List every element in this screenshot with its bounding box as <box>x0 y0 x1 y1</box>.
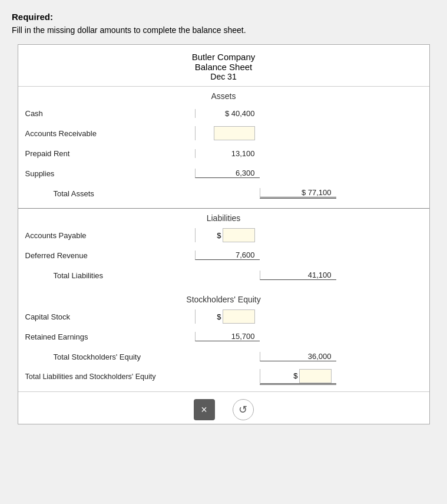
instruction-text: Fill in the missing dollar amounts to co… <box>12 25 435 35</box>
equity-section-header: Stockholders' Equity <box>18 290 429 307</box>
deferred-revenue-label: Deferred Revenue <box>18 249 195 262</box>
sheet-title: Balance Sheet <box>18 62 429 72</box>
cash-row: Cash $ 40,400 <box>18 103 429 123</box>
retained-earnings-input-col: 15,700 <box>195 332 260 341</box>
retained-earnings-label: Retained Earnings <box>18 330 195 344</box>
total-liab-equity-dollar: $ <box>293 371 297 380</box>
accounts-payable-input-col: $ <box>195 228 260 242</box>
deferred-revenue-value: 7,600 <box>236 251 255 259</box>
cash-value: $ 40,400 <box>225 109 255 118</box>
accounts-receivable-label: Accounts Receivable <box>18 127 195 140</box>
capital-stock-label: Capital Stock <box>18 310 195 324</box>
total-liab-equity-row: Total Liabilities and Stockholders' Equi… <box>18 367 429 387</box>
prepaid-rent-label: Prepaid Rent <box>18 147 195 160</box>
total-equity-total-col: 36,000 <box>260 352 336 361</box>
accounts-receivable-input[interactable] <box>214 126 255 140</box>
total-liab-equity-input[interactable] <box>299 369 332 383</box>
deferred-revenue-row: Deferred Revenue 7,600 <box>18 245 429 265</box>
prepaid-rent-input-col: 13,100 <box>195 149 260 158</box>
supplies-label: Supplies <box>18 167 195 180</box>
capital-stock-input-col: $ <box>195 309 260 324</box>
total-equity-value: 36,000 <box>308 352 332 361</box>
retained-earnings-value: 15,700 <box>231 332 255 341</box>
cash-input-col: $ 40,400 <box>195 109 260 118</box>
capital-stock-input[interactable] <box>223 309 255 324</box>
sheet-body: Assets Cash $ 40,400 Accounts Receivable… <box>18 87 429 424</box>
accounts-payable-dollar: $ <box>217 231 221 240</box>
total-liabilities-label: Total Liabilities <box>18 269 195 282</box>
total-liabilities-value: 41,100 <box>308 271 332 279</box>
accounts-payable-input[interactable] <box>223 228 255 242</box>
total-equity-row: Total Stockholders' Equity 36,000 <box>18 347 429 367</box>
total-liab-equity-total-col: $ <box>260 369 336 385</box>
total-liabilities-row: Total Liabilities 41,100 <box>18 265 429 285</box>
capital-stock-dollar: $ <box>217 312 221 321</box>
total-assets-label: Total Assets <box>18 187 195 200</box>
accounts-receivable-row: Accounts Receivable <box>18 123 429 143</box>
supplies-row: Supplies 6,300 <box>18 163 429 183</box>
liabilities-section-header: Liabilities <box>18 208 429 225</box>
total-liab-equity-label: Total Liabilities and Stockholders' Equi… <box>18 370 195 383</box>
sheet-header: Butler Company Balance Sheet Dec 31 <box>18 45 429 87</box>
company-name: Butler Company <box>18 52 429 62</box>
cash-label: Cash <box>18 107 195 120</box>
deferred-revenue-input-col: 7,600 <box>195 251 260 260</box>
accounts-payable-row: Accounts Payable $ <box>18 225 429 245</box>
reset-button[interactable]: ↺ <box>233 399 254 420</box>
total-equity-label: Total Stockholders' Equity <box>18 350 195 364</box>
balance-sheet-container: Butler Company Balance Sheet Dec 31 Asse… <box>18 44 430 424</box>
total-liabilities-total-col: 41,100 <box>260 271 336 280</box>
prepaid-rent-value: 13,100 <box>231 149 255 158</box>
total-assets-row: Total Assets $ 77,100 <box>18 183 429 203</box>
supplies-value: 6,300 <box>236 169 255 177</box>
bottom-buttons: × ↺ <box>18 391 429 424</box>
supplies-input-col: 6,300 <box>195 169 260 178</box>
total-assets-total-col: $ 77,100 <box>260 188 336 199</box>
required-label: Required: <box>12 12 435 22</box>
prepaid-rent-row: Prepaid Rent 13,100 <box>18 143 429 163</box>
assets-section-header: Assets <box>18 87 429 103</box>
total-assets-value: $ 77,100 <box>302 188 332 197</box>
capital-stock-row: Capital Stock $ <box>18 307 429 327</box>
retained-earnings-row: Retained Earnings 15,700 <box>18 327 429 347</box>
accounts-receivable-input-col <box>195 126 260 140</box>
sheet-date: Dec 31 <box>18 72 429 81</box>
accounts-payable-label: Accounts Payable <box>18 229 195 242</box>
close-button[interactable]: × <box>194 399 215 420</box>
